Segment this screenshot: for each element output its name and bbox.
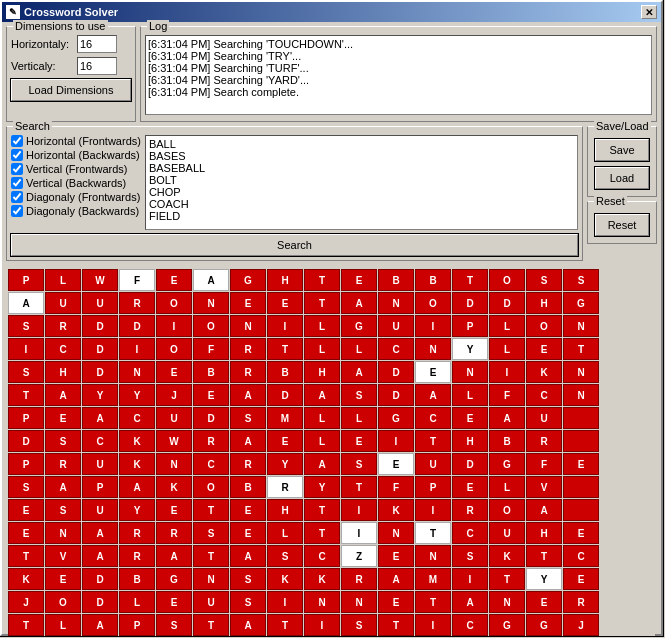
top-row: Dimensions to use Horizontaly: Verticaly…: [6, 26, 657, 122]
grid-cell: D: [82, 338, 118, 360]
search-group: Search Horizontal (Frontwards) Horizonta…: [6, 126, 583, 261]
window-title: Crossword Solver: [24, 6, 118, 18]
grid-cell: H: [526, 292, 562, 314]
reset-label: Reset: [594, 195, 627, 207]
grid-cell: D: [82, 361, 118, 383]
grid-cell: O: [415, 292, 451, 314]
word-item: CHOP: [148, 186, 575, 198]
grid-cell: T: [267, 614, 303, 636]
word-item: BASEBALL: [148, 162, 575, 174]
grid-cell: U: [156, 407, 192, 429]
dimensions-group: Dimensions to use Horizontaly: Verticaly…: [6, 26, 136, 122]
grid-cell: F: [526, 453, 562, 475]
grid-cell: B: [378, 269, 414, 291]
close-button[interactable]: ✕: [641, 5, 657, 19]
grid-cell: L: [341, 407, 377, 429]
grid-cell: H: [304, 361, 340, 383]
grid-cell: J: [563, 614, 599, 636]
checkbox-diag-forward[interactable]: Diagonaly (Frontwards): [11, 191, 141, 203]
grid-cell: A: [452, 591, 488, 613]
grid-cell: R: [119, 522, 155, 544]
grid-cell: R: [193, 430, 229, 452]
grid-cell: A: [82, 522, 118, 544]
grid-cell: S: [452, 545, 488, 567]
grid-cell: A: [341, 361, 377, 383]
grid-cell: I: [267, 315, 303, 337]
reset-button[interactable]: Reset: [595, 214, 649, 236]
grid-cell: E: [563, 453, 599, 475]
word-item: BOLT: [148, 174, 575, 186]
grid-cell: I: [341, 522, 377, 544]
grid-cell: O: [156, 338, 192, 360]
grid-cell: E: [8, 499, 44, 521]
grid-cell: L: [341, 338, 377, 360]
grid-cell: Y: [304, 476, 340, 498]
grid-cell: I: [415, 315, 451, 337]
save-button[interactable]: Save: [595, 139, 649, 161]
grid-cell: P: [415, 476, 451, 498]
grid-cell: F: [489, 384, 525, 406]
grid-cell: G: [341, 315, 377, 337]
grid-cell: N: [304, 591, 340, 613]
grid-cell: K: [378, 499, 414, 521]
grid-cell: L: [304, 407, 340, 429]
grid-cell: E: [230, 292, 266, 314]
vertical-input[interactable]: [77, 57, 117, 75]
word-item: BASES: [148, 150, 575, 162]
grid-cell: D: [119, 315, 155, 337]
grid-cell: A: [156, 545, 192, 567]
grid-cell: I: [8, 338, 44, 360]
grid-cell: S: [45, 499, 81, 521]
checkbox-horiz-forward[interactable]: Horizontal (Frontwards): [11, 135, 141, 147]
checkbox-diag-backward[interactable]: Diagonaly (Backwards): [11, 205, 141, 217]
horizontal-input[interactable]: [77, 35, 117, 53]
grid-cell: O: [156, 292, 192, 314]
grid-cell: H: [526, 522, 562, 544]
grid-cell: L: [45, 269, 81, 291]
grid-cell: P: [8, 453, 44, 475]
load-dimensions-button[interactable]: Load Dimensions: [11, 79, 131, 101]
grid-cell: E: [526, 591, 562, 613]
grid-cell: T: [563, 338, 599, 360]
grid-cell: G: [489, 614, 525, 636]
checkbox-vert-forward[interactable]: Vertical (Frontwards): [11, 163, 141, 175]
grid-cell: L: [489, 476, 525, 498]
grid-cell: U: [82, 499, 118, 521]
grid-cell: S: [526, 269, 562, 291]
grid-cell: E: [230, 522, 266, 544]
grid-cell: S: [8, 476, 44, 498]
grid-cell: N: [415, 338, 451, 360]
saveload-label: Save/Load: [594, 120, 651, 132]
grid-cell: T: [8, 545, 44, 567]
grid-cell: K: [489, 545, 525, 567]
grid-cell: B: [193, 361, 229, 383]
grid-cell: I: [304, 614, 340, 636]
word-item: FIELD: [148, 210, 575, 222]
grid-cell: C: [452, 522, 488, 544]
search-button[interactable]: Search: [11, 234, 578, 256]
grid-cell: R: [119, 292, 155, 314]
grid-cell: L: [304, 430, 340, 452]
grid-cell: C: [563, 545, 599, 567]
checkbox-horiz-backward[interactable]: Horizontal (Backwards): [11, 149, 141, 161]
grid-cell: A: [230, 384, 266, 406]
grid-cell: B: [119, 568, 155, 590]
grid-cell: [563, 476, 599, 498]
grid-cell: T: [378, 614, 414, 636]
grid-cell: I: [452, 568, 488, 590]
window-icon: ✎: [6, 5, 20, 19]
grid-cell: O: [45, 591, 81, 613]
grid-cell: E: [341, 430, 377, 452]
grid-cell: [563, 499, 599, 521]
grid-cell: U: [45, 292, 81, 314]
word-list[interactable]: BALL BASES BASEBALL BOLT CHOP COACH FIEL…: [145, 135, 578, 230]
grid-cell: E: [563, 568, 599, 590]
grid-cell: C: [119, 407, 155, 429]
load-button[interactable]: Load: [595, 167, 649, 189]
word-item: BALL: [148, 138, 575, 150]
grid-cell: C: [452, 614, 488, 636]
checkbox-vert-backward[interactable]: Vertical (Backwards): [11, 177, 141, 189]
grid-cell: N: [193, 292, 229, 314]
grid-cell: D: [82, 591, 118, 613]
horizontal-row: Horizontaly:: [11, 35, 131, 53]
